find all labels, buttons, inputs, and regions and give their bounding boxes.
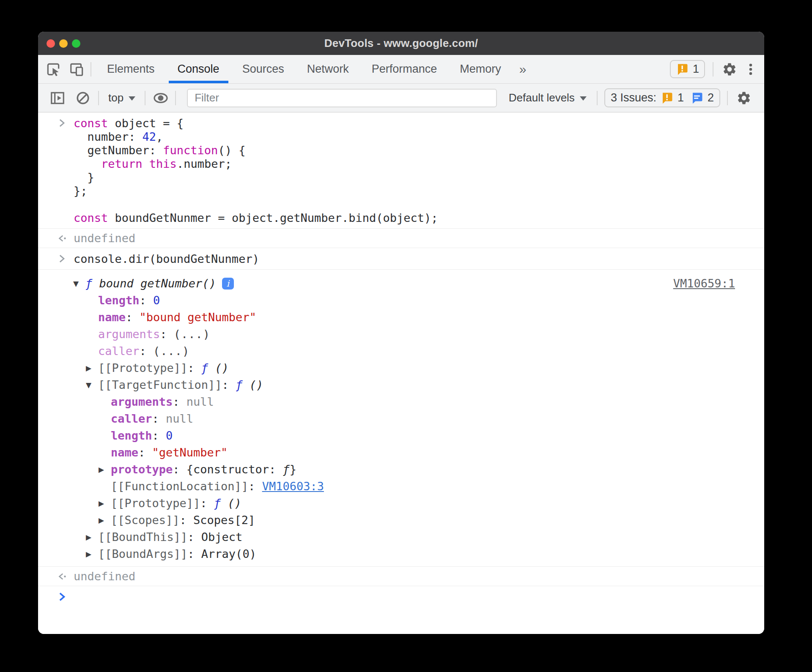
tab-elements[interactable]: Elements <box>96 55 166 83</box>
console-log: const object = { number: 42, getNumber: … <box>38 112 764 634</box>
toggle-device-toolbar-icon[interactable] <box>68 59 86 79</box>
divider <box>145 91 145 105</box>
input-chevron-icon <box>57 253 68 264</box>
tab-sources[interactable]: Sources <box>231 55 296 83</box>
divider <box>91 62 91 76</box>
console-entry-result: undefined <box>38 228 764 248</box>
tree-row: name: "getNumber" <box>38 444 735 461</box>
console-sidebar-toggle-icon[interactable] <box>48 88 67 108</box>
tree-row: ▶[[Prototype]]: ƒ () <box>38 360 735 377</box>
devtools-window: DevTools - www.google.com/ ElementsConso… <box>38 32 764 634</box>
invoke-getter-button[interactable]: (...) <box>174 328 210 341</box>
info-badge[interactable]: i <box>222 278 234 290</box>
javascript-context-dropdown[interactable]: top <box>105 91 139 104</box>
expand-arrow-icon[interactable]: ▶ <box>86 529 91 546</box>
expand-arrow-icon[interactable]: ▶ <box>99 461 104 478</box>
invoke-getter-button[interactable]: (...) <box>153 344 189 358</box>
divider <box>98 91 99 105</box>
issues-chip[interactable]: 3 Issues: 1 2 <box>604 88 720 107</box>
issues-message-icon <box>691 92 703 104</box>
title-bar: DevTools - www.google.com/ <box>38 32 764 55</box>
tab-memory[interactable]: Memory <box>448 55 513 83</box>
console-errors-chip[interactable]: 1 <box>670 60 705 78</box>
result-arrow-icon <box>57 571 68 582</box>
input-chevron-icon <box>57 117 68 128</box>
code-line: const boundGetNunmer = object.getNumber.… <box>74 211 735 225</box>
expand-arrow-icon[interactable]: ▶ <box>86 360 91 377</box>
window-title: DevTools - www.google.com/ <box>324 37 478 50</box>
tree-row: length: 0 <box>38 292 735 309</box>
log-levels-dropdown[interactable]: Default levels <box>505 91 590 104</box>
close-window-button[interactable] <box>47 39 55 48</box>
zoom-window-button[interactable] <box>72 39 80 48</box>
tree-row: caller: (...) <box>38 343 735 360</box>
tab-performance[interactable]: Performance <box>360 55 449 83</box>
console-entry-prompt[interactable] <box>38 586 764 634</box>
function-location-link[interactable]: VM10603:3 <box>262 480 324 493</box>
code-line: const object = { <box>74 117 735 130</box>
console-entry-result: undefined <box>38 566 764 586</box>
console-toolbar: top Default levels 3 Issues: 1 <box>38 84 764 112</box>
divider <box>727 91 728 105</box>
code-line: }; <box>74 184 735 198</box>
collapse-arrow-icon[interactable]: ▼ <box>86 377 91 393</box>
code-line: return this.number; <box>74 157 735 171</box>
code-line: console.dir(boundGetNunmer) <box>74 252 735 266</box>
issues-message-count: 2 <box>708 91 714 104</box>
code-line: } <box>74 171 735 184</box>
tab-network[interactable]: Network <box>296 55 360 83</box>
prompt-chevron-icon <box>57 591 68 602</box>
tab-strip: ElementsConsoleSourcesNetworkPerformance… <box>96 55 513 83</box>
more-tabs-button[interactable]: » <box>513 62 533 76</box>
expand-arrow-icon[interactable]: ▶ <box>86 546 91 563</box>
tree-row: ▼[[TargetFunction]]: ƒ () <box>38 377 735 393</box>
settings-gear-icon[interactable] <box>720 59 739 79</box>
expand-arrow-icon[interactable]: ▶ <box>99 495 104 512</box>
inspect-element-icon[interactable] <box>44 59 63 79</box>
divider <box>713 62 713 76</box>
levels-label: Default levels <box>509 91 575 104</box>
tree-row: caller: null <box>38 410 735 427</box>
context-label: top <box>108 91 123 104</box>
code-line: getNumber: function() { <box>74 144 735 157</box>
tree-row: [[FunctionLocation]]: VM10603:3 <box>38 478 735 495</box>
kebab-menu-icon[interactable] <box>741 59 760 79</box>
tree-row: ▶[[BoundThis]]: Object <box>38 529 735 546</box>
result-arrow-icon <box>57 233 68 244</box>
code-line: number: 42, <box>74 130 735 144</box>
issues-label: 3 Issues: <box>611 91 656 104</box>
tree-row: ▶[[BoundArgs]]: Array(0) <box>38 546 735 563</box>
tree-row: length: 0 <box>38 427 735 444</box>
tree-row: name: "bound getNumber" <box>38 309 735 326</box>
issues-warning-count: 1 <box>678 91 684 104</box>
filter-input[interactable] <box>187 89 497 107</box>
divider <box>597 91 598 105</box>
console-entry-tree: VM10659:1▼ƒ bound getNumber()ilength: 0n… <box>38 269 764 566</box>
minimize-window-button[interactable] <box>59 39 68 48</box>
code-line <box>74 198 735 211</box>
divider <box>175 91 176 105</box>
expand-arrow-icon[interactable]: ▶ <box>99 512 104 529</box>
collapse-arrow-icon[interactable]: ▼ <box>73 275 79 292</box>
tree-row: arguments: (...) <box>38 326 735 343</box>
tree-row: ▶prototype: {constructor: ƒ} <box>38 461 735 478</box>
clear-console-icon[interactable] <box>74 88 92 108</box>
console-settings-gear-icon[interactable] <box>735 88 753 108</box>
chevron-down-icon <box>580 96 587 101</box>
console-entry-input: const object = { number: 42, getNumber: … <box>38 112 764 228</box>
tree-row: ▶[[Scopes]]: Scopes[2] <box>38 512 735 529</box>
console-error-count: 1 <box>693 63 699 76</box>
console-entry-input: console.dir(boundGetNunmer) <box>38 248 764 269</box>
tree-row: arguments: null <box>38 393 735 410</box>
error-bubble-icon <box>676 63 689 76</box>
live-expression-eye-icon[interactable] <box>151 88 170 108</box>
tree-row: ▼ƒ bound getNumber()i <box>38 275 735 292</box>
panel-tab-bar: ElementsConsoleSourcesNetworkPerformance… <box>38 55 764 84</box>
tab-console[interactable]: Console <box>166 55 231 83</box>
issues-warning-icon <box>661 92 673 104</box>
traffic-lights <box>47 32 80 55</box>
tree-row: ▶[[Prototype]]: ƒ () <box>38 495 735 512</box>
chevron-down-icon <box>129 96 135 101</box>
